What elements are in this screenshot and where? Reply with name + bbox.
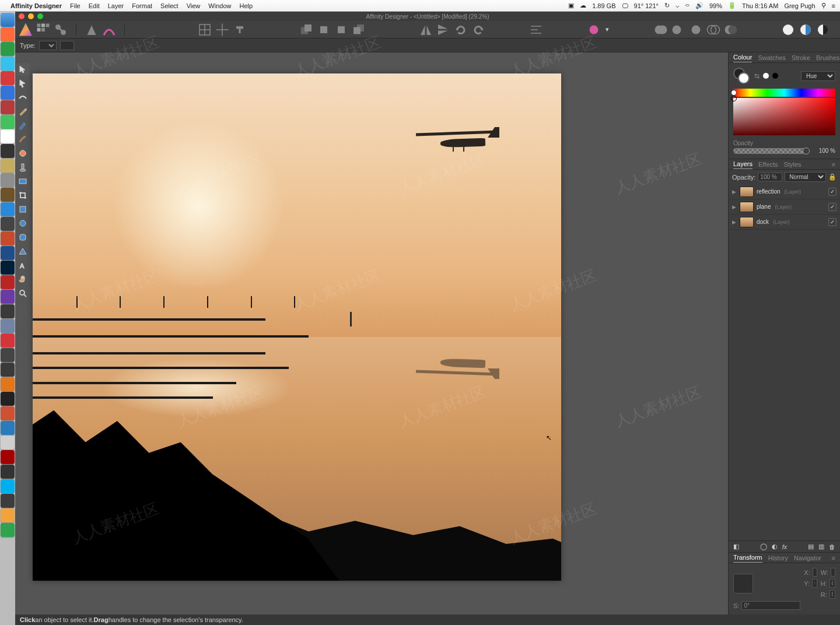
move-back-icon[interactable] [299,23,313,37]
document-canvas[interactable] [33,73,561,581]
dock-app-icon[interactable] [1,523,15,537]
node-tool-icon[interactable] [16,77,29,90]
boolean-add-icon[interactable] [654,23,668,37]
transform-h-input[interactable] [830,579,835,588]
layer-row-reflection[interactable]: ▶ reflection (Layer) ✓ [729,184,840,199]
dock-app-icon[interactable] [1,42,15,56]
persona-pixel-icon[interactable] [36,23,50,37]
dock-app-icon[interactable] [1,436,15,450]
saturation-box[interactable] [733,98,835,135]
menu-select[interactable]: Select [160,2,178,9]
menu-view[interactable]: View [187,2,201,9]
dock-app-icon[interactable] [1,57,15,71]
boolean-divide-icon[interactable] [706,23,720,37]
move-front-icon[interactable] [352,23,366,37]
colour-wells[interactable] [733,68,751,84]
camera-icon[interactable]: ▣ [568,2,574,9]
dock-app-icon[interactable] [1,86,15,100]
dock-app-icon[interactable] [1,290,15,304]
fill-colour-well[interactable] [738,72,750,84]
layer-fx-icon[interactable]: fx [782,543,788,550]
notification-icon[interactable]: ≡ [832,2,835,9]
display-icon[interactable]: 🖵 [622,2,628,9]
dock-app-icon[interactable] [1,231,15,245]
rotate-cw-icon[interactable] [471,23,485,37]
dock-app-icon[interactable] [1,100,15,114]
opacity-slider[interactable] [733,148,807,154]
pixel-tool-icon[interactable] [16,147,29,160]
move-backward-icon[interactable] [317,23,331,37]
dock-app-icon[interactable] [1,246,15,260]
add-layer-icon[interactable]: ▤ [808,543,814,550]
flip-h-icon[interactable] [419,23,433,37]
layer-row-dock[interactable]: ▶ dock (Layer) ✓ [729,215,840,230]
text-tool-icon[interactable]: A [16,259,29,272]
move-forward-icon[interactable] [334,23,348,37]
add-pixel-layer-icon[interactable]: ▥ [818,543,824,550]
tab-stroke[interactable]: Stroke [792,54,810,62]
snap-toggle-icon[interactable] [233,23,247,37]
tab-transform[interactable]: Transform [733,554,762,563]
ellipse-tool-icon[interactable] [16,217,29,230]
delete-layer-icon[interactable]: 🗑 [829,543,835,550]
dock-app-icon[interactable] [1,406,15,420]
dock-app-icon[interactable] [1,159,15,173]
rectangle-tool-icon[interactable] [16,203,29,216]
layer-visible-checkbox[interactable]: ✓ [828,203,836,211]
dock-app-icon[interactable] [1,319,15,333]
dock-app-icon[interactable] [1,333,15,347]
pan-tool-icon[interactable] [16,273,29,286]
mask-layer-icon[interactable]: ◯ [760,543,767,550]
lock-layer-icon[interactable]: 🔒 [828,173,836,181]
dock-app-icon[interactable] [1,115,15,129]
transform-w-input[interactable] [831,568,835,577]
layer-blend-ranges-icon[interactable]: ◧ [733,543,739,550]
tab-layers[interactable]: Layers [733,160,752,169]
align-icon[interactable] [529,23,543,37]
zoom-tool-icon[interactable] [16,287,29,300]
tab-navigator[interactable]: Navigator [794,554,821,563]
tiny-swatch-2[interactable] [772,73,778,79]
expand-icon[interactable]: ▶ [732,189,737,195]
dock-app-icon[interactable] [1,421,15,435]
insert-target-dropdown-icon[interactable]: ▾ [604,23,610,37]
pencil-tool-icon[interactable] [16,119,29,132]
context-icon-1[interactable] [78,41,88,50]
fill-tool-icon[interactable] [85,23,99,37]
dock-app-icon[interactable] [1,129,15,143]
dock-app-icon[interactable] [1,173,15,187]
colour-mode-select[interactable]: Hue [801,71,835,81]
move-tool-icon[interactable] [16,63,29,76]
type-select[interactable] [39,41,57,50]
layer-visible-checkbox[interactable]: ✓ [828,218,836,226]
app-name[interactable]: Affinity Designer [10,2,62,9]
dock-app-icon[interactable] [1,202,15,216]
dock-app-icon[interactable] [1,275,15,289]
dock-photoshop-icon[interactable] [1,261,15,275]
menu-layer[interactable]: Layer [108,2,124,9]
swap-colours-icon[interactable]: ⇆ [754,72,760,80]
brush-tool-icon[interactable] [16,133,29,146]
view-mode-2-icon[interactable] [799,23,813,37]
boolean-subtract-icon[interactable] [671,23,685,37]
fill-tool-icon[interactable] [16,161,29,174]
rotate-ccw-icon[interactable] [454,23,468,37]
snap-grid-icon[interactable] [198,23,212,37]
dock-app-icon[interactable] [1,392,15,406]
transform-x-input[interactable] [813,568,817,577]
dock-app-icon[interactable] [1,188,15,202]
close-window-button[interactable] [19,13,24,19]
canvas-area[interactable]: ↖ [15,52,728,615]
stroke-tool-icon[interactable] [102,23,116,37]
corner-tool-icon[interactable] [16,91,29,104]
volume-icon[interactable]: 🔊 [695,2,704,9]
dock-app-icon[interactable] [1,144,15,158]
dock-app-icon[interactable] [1,508,15,522]
temp-status[interactable]: 91° 121° [634,2,659,9]
spotlight-icon[interactable]: ⚲ [821,2,826,9]
timemachine-icon[interactable]: ↻ [664,2,670,9]
dock-app-icon[interactable] [1,465,15,479]
context-icon-2[interactable] [92,41,102,50]
menu-format[interactable]: Format [132,2,152,9]
dock-app-icon[interactable] [1,348,15,362]
